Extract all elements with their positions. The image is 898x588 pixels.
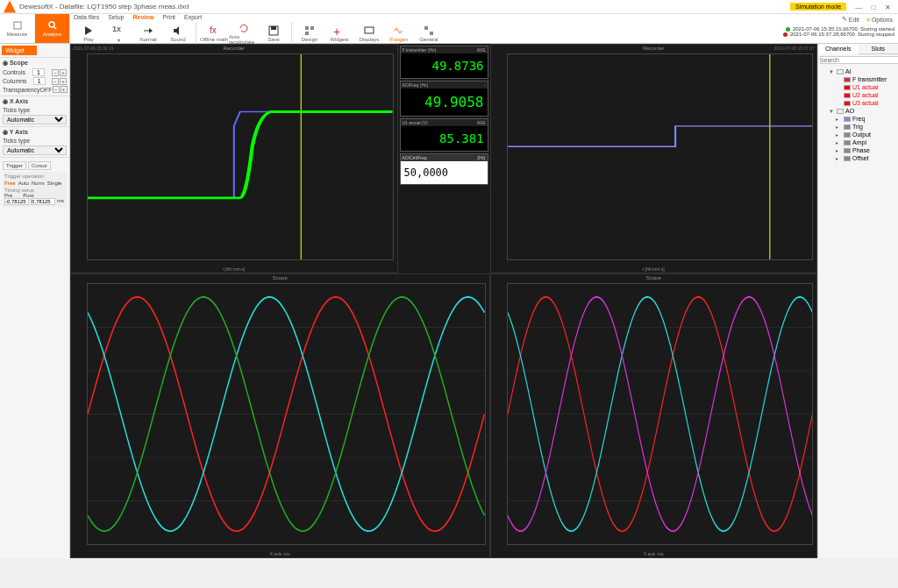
auto-recalc-button[interactable]: Auto recalculate [229, 22, 259, 45]
subtab-export[interactable]: Export [184, 14, 202, 24]
scope-header[interactable]: ◉ Scope [3, 60, 67, 67]
subtab-setup[interactable]: Setup [108, 14, 124, 24]
recorder-chart-1[interactable]: 2021-07-06 15:36:19 Recorder t [hh:mm:s] [70, 44, 398, 273]
trans-plus[interactable]: + [61, 86, 68, 93]
columns-plus[interactable]: + [60, 78, 67, 85]
svg-rect-10 [305, 26, 309, 30]
tree-item[interactable]: F transmitter [820, 75, 896, 83]
trig-auto[interactable]: Auto [18, 181, 29, 186]
displays-button[interactable]: Displays [354, 25, 384, 42]
recalc-icon [238, 22, 250, 34]
tab-analyze[interactable]: Analyze [35, 14, 70, 43]
yaxis-ticks-select[interactable]: Automatic [3, 145, 67, 155]
minimize-button[interactable]: — [855, 4, 862, 11]
xaxis-header[interactable]: ◉ X Axis [3, 98, 67, 105]
meter-ftransmitter[interactable]: F transmitter (Hz)AVE49.8736 [400, 46, 488, 79]
tree-item[interactable]: ▸Trig [820, 123, 896, 131]
tab-slots[interactable]: Slots [859, 44, 899, 53]
tree-item[interactable]: ▸Output [820, 131, 896, 138]
plus-icon: + [333, 25, 346, 37]
tree-item[interactable]: U1 actual [820, 83, 896, 91]
scope-chart-2[interactable]: Scope X axis :ms [490, 273, 818, 558]
meter-ctrlfreq[interactable]: AO/Ctrl/Freq[Hz]50,0000 [400, 153, 488, 185]
titlebar: DewesoftX - Datafile: LQT1950 step 3phas… [0, 0, 898, 14]
tab-measure[interactable]: Measure [0, 14, 35, 43]
status-dot-started-icon [786, 27, 790, 32]
tree-item[interactable]: ▸Offset [820, 154, 896, 162]
math-icon: fx [208, 25, 220, 37]
close-button[interactable]: ✕ [885, 4, 891, 11]
cursor-tab[interactable]: Cursor [28, 161, 51, 170]
tree-item[interactable]: ▸Phase [820, 146, 896, 154]
post-input[interactable] [31, 198, 55, 205]
measure-icon [12, 20, 23, 31]
speed-button[interactable]: 1x▾ [103, 25, 133, 43]
meter-u1actual[interactable]: U1 actual (V)AVE85.381 [400, 118, 488, 152]
tree-item[interactable]: ▸Freq [820, 115, 896, 123]
columns-input[interactable] [33, 77, 46, 85]
app-logo-icon [4, 1, 16, 13]
svg-line-2 [53, 26, 56, 29]
scope-chart-1[interactable]: Scope X axis :ms [70, 273, 490, 558]
svg-rect-13 [365, 27, 374, 33]
save-button[interactable]: Save [259, 25, 289, 42]
tree-item[interactable]: ▸Ampl [820, 138, 896, 146]
search-input[interactable] [820, 56, 898, 64]
sound-button[interactable]: Sound [163, 25, 193, 42]
trig-norm[interactable]: Norm [32, 181, 45, 186]
tree-group[interactable]: ▼AI [820, 67, 896, 75]
xaxis-ticks-select[interactable]: Automatic [3, 115, 67, 124]
widgets-button[interactable]: +Widgets [324, 25, 354, 42]
controls-plus[interactable]: + [60, 69, 67, 76]
widget-tab[interactable]: Widget [2, 46, 37, 55]
edit-button[interactable]: ✎ Edit [842, 14, 859, 25]
fungen-button[interactable]: Fungen [384, 25, 414, 42]
trig-single[interactable]: Single [47, 181, 62, 186]
play-button[interactable]: Play [74, 25, 103, 42]
status-dot-stopped-icon [783, 32, 788, 37]
svg-marker-5 [149, 28, 153, 33]
controls-input[interactable] [32, 68, 45, 76]
save-icon [267, 25, 280, 37]
options-button[interactable]: ≡ Options [866, 14, 893, 25]
subtab-print[interactable]: Print [163, 14, 175, 24]
controls-minus[interactable]: − [52, 69, 59, 76]
tree-item[interactable]: U3 actual [820, 99, 896, 107]
meter-aofreq[interactable]: AO/Freq (Hz)-49.9058 [400, 81, 488, 117]
offline-math-button[interactable]: fxOffline math [199, 25, 229, 42]
trigger-tab[interactable]: Trigger [3, 161, 26, 170]
pre-input[interactable] [4, 198, 29, 205]
design-icon [303, 25, 316, 37]
transparency-value: OFF [40, 87, 53, 93]
general-button[interactable]: General [414, 25, 444, 42]
window-title: DewesoftX - Datafile: LQT1950 step 3phas… [19, 3, 790, 11]
svg-rect-9 [271, 26, 276, 30]
columns-minus[interactable]: − [52, 78, 59, 85]
yaxis-header[interactable]: ◉ Y Axis [3, 129, 67, 136]
simulation-badge: Simulation mode [790, 3, 846, 11]
trig-free[interactable]: Free [4, 181, 16, 186]
normal-button[interactable]: Normal [133, 25, 163, 42]
maximize-button[interactable]: □ [872, 4, 876, 11]
channel-panel: Channels Slots 🔍 ▾ ▼AIF transmitterU1 ac… [817, 44, 898, 558]
displays-icon [363, 25, 375, 37]
tree-item[interactable]: U2 actual [820, 91, 896, 99]
tab-channels[interactable]: Channels [818, 44, 859, 54]
subtab-review[interactable]: Review [132, 14, 153, 24]
step-icon [142, 25, 154, 37]
tree-group[interactable]: ▼AO [820, 107, 896, 115]
recorder-chart-2[interactable]: Recorder 2021-07-08 18:37:07 t [hh:mm:s] [490, 44, 818, 273]
svg-rect-12 [305, 32, 309, 35]
svg-marker-3 [85, 26, 92, 35]
window-controls: — □ ✕ [852, 3, 894, 11]
subtab-datafiles[interactable]: Data files [74, 14, 99, 24]
left-panel: Widget ◉ Scope Controls−+ Columns−+ Tran… [0, 44, 70, 558]
status-log: 2021-07-06 15:35:15,66700 Storing starte… [780, 25, 898, 39]
trans-minus[interactable]: − [53, 86, 60, 93]
design-button[interactable]: Design [295, 25, 324, 42]
chart-area: 2021-07-06 15:36:19 Recorder t [hh:mm:s]… [70, 44, 817, 558]
svg-rect-15 [430, 32, 433, 35]
search-icon [47, 20, 58, 31]
wave-icon [393, 25, 405, 37]
grid-icon [423, 25, 435, 37]
